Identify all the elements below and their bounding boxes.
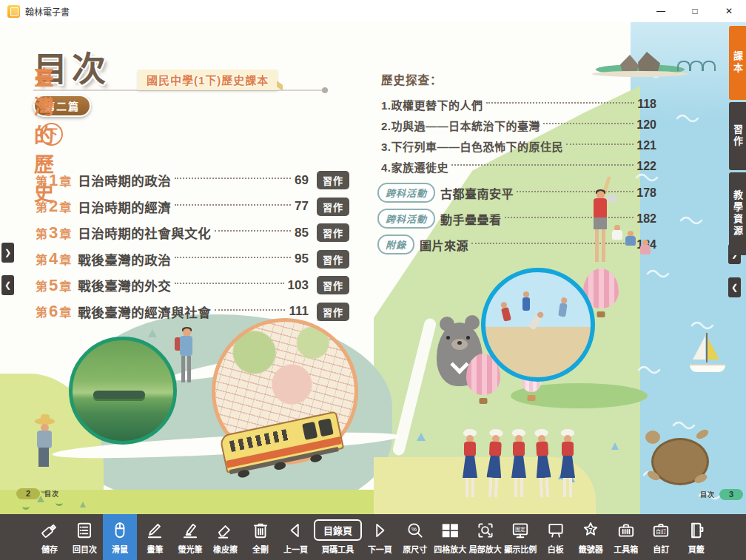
mouse-icon: [110, 518, 130, 542]
tree-art: [417, 433, 426, 441]
explore-row[interactable]: 3.下行列車——白色恐怖下的原住民 121: [381, 135, 656, 156]
appendix-badge[interactable]: 附錄: [377, 235, 414, 254]
workbook-badge[interactable]: 習作: [317, 171, 349, 189]
back-to-toc-button[interactable]: 回目次: [67, 514, 101, 560]
right-panel-collapse-button[interactable]: ❮: [728, 277, 741, 297]
chapter-list: 第1章 日治時期的政治 69 習作 第2章 日治時期的經濟 77 習作 第3章 …: [36, 167, 349, 325]
minimize-button[interactable]: —: [644, 0, 678, 22]
book-spread: 目次 國民中學(1下)歷史課本 第二篇 臺灣的歷史 下 第1章 日治時期的政治 …: [0, 22, 746, 514]
partial-zoom-button[interactable]: 局部放大: [468, 514, 503, 560]
save-button[interactable]: 儲存: [33, 514, 67, 560]
prev-page-button[interactable]: 上一頁: [278, 514, 312, 560]
four-grid-zoom-icon: [440, 518, 460, 542]
partial-zoom-icon: [476, 518, 495, 542]
dot-leader: [175, 204, 291, 206]
activity-badge[interactable]: 跨科活動: [377, 183, 435, 203]
photo-jumping-people: [481, 268, 595, 382]
chapter-page-number: 69: [295, 173, 309, 188]
workbook-badge[interactable]: 習作: [317, 276, 349, 294]
highlighter-tool-button[interactable]: 螢光筆: [173, 514, 207, 560]
dot-leader: [175, 178, 291, 179]
display-ratio-button[interactable]: 固定 顯示比例: [503, 514, 537, 560]
delete-all-button[interactable]: 全刪: [243, 514, 278, 560]
dot-leader: [566, 144, 634, 145]
sitting-people-art: [611, 220, 663, 265]
chapter-page-number: 85: [295, 226, 309, 240]
page-number-pill: 3: [719, 489, 743, 500]
workbook-badge[interactable]: 習作: [317, 250, 349, 269]
left-panel-collapse-button[interactable]: ❮: [1, 275, 14, 295]
next-page-button[interactable]: 下一頁: [363, 514, 397, 560]
explore-row[interactable]: 4.家族遷徙史 122: [381, 156, 656, 177]
tree-art: [148, 329, 157, 337]
pen-tool-button[interactable]: 畫筆: [138, 514, 172, 560]
left-panel-expand-button[interactable]: ❯: [1, 243, 14, 263]
tab-teaching-resources[interactable]: 教學資源: [729, 172, 746, 255]
title-bar: 翰林電子書 — □ ✕: [0, 0, 746, 22]
chapter-row[interactable]: 第2章 日治時期的經濟 77 習作: [36, 194, 349, 220]
dot-leader: [543, 123, 634, 124]
four-grid-zoom-button[interactable]: 四格放大: [433, 514, 467, 560]
toolbox-button[interactable]: 工具箱: [609, 514, 643, 560]
chapter-title[interactable]: 戰後臺灣的經濟與社會: [78, 303, 211, 321]
bottom-toolbar: 儲存 回目次 滑鼠 畫筆 螢光筆: [0, 514, 746, 560]
eraser-tool-button[interactable]: 橡皮擦: [208, 514, 242, 560]
bridge-arch-art: [677, 61, 690, 71]
dot-leader: [451, 164, 634, 166]
window-controls: — □ ✕: [644, 0, 746, 22]
chapter-title[interactable]: 戰後臺灣的政治: [78, 250, 171, 269]
svg-text:固定: 固定: [515, 526, 525, 533]
maximize-button[interactable]: □: [678, 0, 712, 22]
prev-page-icon: [286, 518, 305, 542]
back-to-toc-icon: [75, 518, 94, 542]
page-tab-icon: [687, 518, 706, 542]
chapter-row[interactable]: 第1章 日治時期的政治 69 習作: [36, 167, 349, 194]
chapter-title[interactable]: 日治時期的社會與文化: [78, 223, 211, 242]
mouse-tool-button[interactable]: 滑鼠: [103, 514, 137, 560]
page-tab-button[interactable]: 頁籤: [679, 514, 713, 560]
tab-textbook[interactable]: 課本: [729, 26, 746, 100]
dot-leader: [175, 257, 291, 258]
chapter-row[interactable]: 第6章 戰後臺灣的經濟與社會 111 習作: [36, 299, 349, 325]
lottery-star-icon: 7: [581, 518, 600, 542]
custom-tool-button[interactable]: 自訂 自訂: [644, 514, 678, 560]
page-number-chip: 目錄頁: [314, 518, 362, 542]
original-size-button[interactable]: % 原尺寸: [398, 514, 432, 560]
workbook-badge[interactable]: 習作: [317, 303, 349, 321]
whiteboard-button[interactable]: 白板: [539, 514, 573, 560]
page-number-tool-button[interactable]: 目錄頁 頁碼工具: [314, 514, 362, 560]
workbook-badge[interactable]: 習作: [317, 223, 349, 242]
eraser-icon: [215, 518, 235, 542]
figure-art: [528, 310, 545, 330]
sailboat-art: [688, 333, 727, 379]
lottery-number-button[interactable]: 7 籤號器: [574, 514, 608, 560]
chapter-row[interactable]: 第5章 戰後臺灣的外交 103 習作: [36, 272, 349, 299]
photo-river-boat: [69, 337, 177, 445]
boat-art: [93, 391, 145, 399]
section-title: 臺灣的歷史 下: [34, 123, 63, 146]
pen-icon: [145, 518, 164, 542]
book-subtitle-banner: 國民中學(1下)歷史課本: [138, 70, 278, 90]
close-button[interactable]: ✕: [712, 0, 746, 22]
chapter-row[interactable]: 第4章 戰後臺灣的政治 95 習作: [36, 246, 349, 273]
workbook-badge[interactable]: 習作: [317, 198, 349, 216]
chapter-title[interactable]: 日治時期的政治: [78, 171, 171, 189]
chapter-title[interactable]: 戰後臺灣的外交: [78, 276, 171, 294]
explore-row[interactable]: 1.政權更替下的人們 118: [381, 94, 656, 115]
svg-text:自訂: 自訂: [656, 527, 666, 534]
tree-art: [80, 502, 86, 507]
hiker-art: [176, 324, 198, 405]
save-usb-icon: [40, 518, 59, 542]
svg-text:%: %: [411, 526, 417, 533]
right-page-footer: 目次 3: [696, 489, 743, 500]
activity-badge[interactable]: 跨科活動: [377, 209, 435, 229]
tree-art: [611, 442, 619, 450]
chapter-title[interactable]: 日治時期的經濟: [78, 198, 171, 216]
sea-turtle-art: [645, 429, 709, 490]
chapter-row[interactable]: 第3章 日治時期的社會與文化 85 習作: [36, 220, 349, 246]
app-logo-icon: [7, 5, 20, 18]
explore-row[interactable]: 2.功與過——日本統治下的臺灣 120: [381, 115, 656, 135]
folk-dancers-art: [459, 429, 585, 512]
dot-leader: [175, 283, 283, 284]
tab-workbook[interactable]: 習作: [729, 102, 746, 170]
